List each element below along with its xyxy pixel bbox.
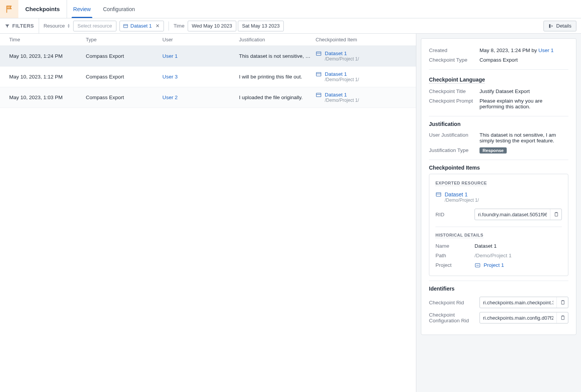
tab-review[interactable]: Review [67,0,97,18]
items-heading: Checkpointed Items [429,165,568,171]
separator [169,21,169,31]
config-rid-input[interactable] [480,315,556,321]
tab-configuration-label: Configuration [103,6,135,12]
filter-icon [5,23,10,29]
table-row[interactable]: May 10, 2023, 1:03 PMCompass ExportUser … [0,87,416,108]
filters-text: FILTERS [12,23,34,29]
checkpoint-rid-input[interactable] [480,300,556,305]
svg-rect-11 [555,212,558,216]
tab-review-label: Review [73,6,91,12]
user-justif-value: This dataset is not sensitive, I am simp… [480,132,568,144]
select-resource-input[interactable]: Select resource [73,21,116,31]
lang-heading: Checkpoint Language [429,77,485,83]
user-link[interactable]: User 3 [162,74,178,80]
item-link[interactable]: Dataset 1 [325,92,359,98]
dataset-icon [435,191,442,198]
col-justification[interactable]: Justification [239,37,316,42]
rid-input[interactable] [475,212,550,217]
resource-chip-name: Dataset 1 [131,23,152,29]
panel-icon [548,23,554,29]
svg-rect-17 [561,316,564,320]
project-link[interactable]: Project 1 [484,262,504,268]
cell-type: Compass Export [86,53,162,59]
resource-filter: Resource ▲▼ Select resource Dataset 1 ✕ [44,21,164,31]
cell-item: Dataset 1/Demo/Project 1/ [316,71,407,82]
dataset-icon [316,92,322,98]
user-link[interactable]: User 2 [162,95,178,100]
col-item[interactable]: Checkpointed Item [316,37,407,42]
cell-user: User 1 [162,53,239,59]
header: Checkpoints Review Configuration [0,0,581,18]
cell-time: May 10, 2023, 1:24 PM [9,53,86,59]
table-header: Time Type User Justification Checkpointe… [0,34,416,46]
date-from-input[interactable]: Wed May 10 2023 [188,21,236,31]
svg-rect-16 [562,301,564,301]
date-to-input[interactable]: Sat May 13 2023 [238,21,284,31]
filters-label: FILTERS [5,18,39,33]
checkpointed-items-box: EXPORTED RESOURCE Dataset 1 /Demo/Projec… [429,174,568,276]
checkpoint-rid-label: Checkpoint Rid [429,300,475,305]
created-value: May 8, 2023, 1:24 PM by User 1 [480,47,568,53]
historical-details-label: HISTORICAL DETAILS [435,233,483,238]
cell-time: May 10, 2023, 1:03 PM [9,95,86,100]
cell-item: Dataset 1/Demo/Project 1/ [316,51,407,62]
item-link[interactable]: Dataset 1 [325,51,359,56]
exported-resource-label: EXPORTED RESOURCE [435,181,487,186]
resource-label[interactable]: Resource ▲▼ [44,23,70,29]
clipboard-icon [560,300,565,305]
details-toggle-button[interactable]: Details [543,21,576,31]
identifiers-heading: Identifiers [429,286,568,292]
details-card: Created May 8, 2023, 1:24 PM by User 1 C… [421,38,576,335]
svg-rect-5 [316,72,321,76]
table-row[interactable]: May 10, 2023, 1:12 PMCompass ExportUser … [0,67,416,87]
dataset-icon [123,23,128,29]
chip-remove-icon[interactable]: ✕ [154,22,161,29]
checkpoint-rid-field [480,297,568,308]
time-filter: Time Wed May 10 2023 Sat May 13 2023 [173,21,284,31]
justif-heading: Justification [429,121,568,127]
col-type[interactable]: Type [86,37,162,42]
resource-chip[interactable]: Dataset 1 ✕ [119,21,164,31]
copy-config-rid-button[interactable] [556,312,568,323]
details-button-label: Details [556,23,571,29]
justif-type-badge: Response [480,147,507,154]
main: Time Type User Justification Checkpointe… [0,34,581,392]
prompt-label: Checkpoint Prompt [429,98,475,104]
justif-type-label: Justification Type [429,147,475,153]
details-panel: Created May 8, 2023, 1:24 PM by User 1 C… [416,34,581,392]
type-value: Compass Export [480,57,568,63]
path-label: Path [435,253,470,258]
svg-rect-3 [316,52,321,55]
user-link[interactable]: User 1 [162,53,178,59]
svg-rect-18 [562,316,564,317]
cell-justification: This dataset is not sensitive, I a… [239,53,316,59]
copy-rid-button[interactable] [550,209,561,220]
created-user-link[interactable]: User 1 [538,47,554,53]
tab-configuration[interactable]: Configuration [97,0,141,18]
col-time[interactable]: Time [9,37,86,42]
copy-checkpoint-rid-button[interactable] [556,297,568,308]
user-justif-label: User Justification [429,132,475,138]
app-logo [0,0,18,18]
clipboard-icon [553,212,559,217]
config-rid-label: Checkpoint Configuration Rid [429,312,475,323]
col-user[interactable]: User [162,37,239,42]
item-link[interactable]: Dataset 1 [325,71,359,77]
filter-bar: FILTERS Resource ▲▼ Select resource Data… [0,18,581,34]
svg-rect-9 [436,193,441,196]
name-label: Name [435,243,470,249]
path-value: /Demo/Project 1 [475,253,562,258]
tabs: Review Configuration [67,0,141,18]
table-row[interactable]: May 10, 2023, 1:24 PMCompass ExportUser … [0,46,416,67]
item-name-link[interactable]: Dataset 1 [445,191,479,198]
cell-user: User 3 [162,74,239,80]
svg-rect-2 [549,24,551,28]
title-label: Checkpoint Title [429,88,475,94]
rid-field [475,209,562,220]
cell-justification: I uploaded the file originally. [239,95,316,100]
cell-user: User 2 [162,95,239,100]
name-value: Dataset 1 [475,243,562,249]
time-label: Time [173,23,184,29]
rid-label: RID [435,212,470,217]
config-rid-field [480,312,568,323]
